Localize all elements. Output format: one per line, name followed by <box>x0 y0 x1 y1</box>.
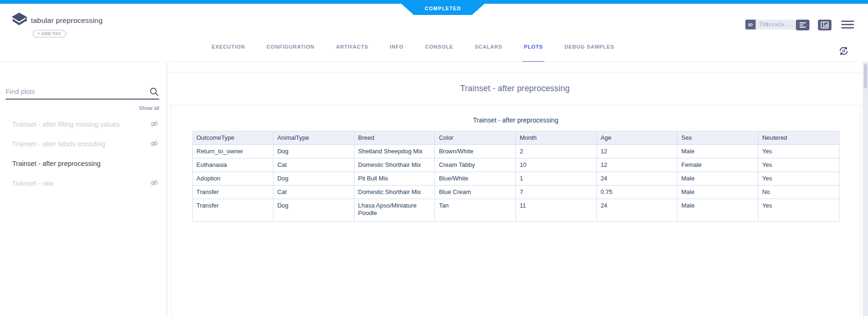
column-header: OutcomeType <box>192 131 273 145</box>
tab-console[interactable]: CONSOLE <box>414 41 464 62</box>
table-cell: Transfer <box>192 199 273 222</box>
find-plots-input[interactable] <box>6 84 141 99</box>
table-cell: 0.75 <box>596 186 677 199</box>
table-cell: 24 <box>596 199 677 222</box>
table-cell: No <box>758 186 839 199</box>
table-cell: Male <box>677 199 758 222</box>
table-body: Return_to_ownerDogShetland Sheepdog MixB… <box>192 145 839 222</box>
menu-button[interactable] <box>841 21 854 29</box>
experiment-title: tabular preprocessing <box>31 16 103 25</box>
table-cell: 10 <box>516 158 597 172</box>
table-cell: Blue/White <box>435 172 516 186</box>
menu-bar <box>841 27 854 29</box>
table-cell: 12 <box>596 158 677 172</box>
table-cell: 7 <box>516 186 597 199</box>
eye-off-icon[interactable] <box>150 120 159 129</box>
table-cell: Male <box>677 172 758 186</box>
auto-refresh-button[interactable] <box>838 45 850 57</box>
id-value: 738cca1a... <box>756 20 797 29</box>
table-cell: Dog <box>273 145 354 158</box>
column-header: Age <box>596 131 677 145</box>
table-cell: Blue Cream <box>435 186 516 199</box>
table-cell: Transfer <box>192 186 273 199</box>
scrollbar-thumb[interactable] <box>864 64 867 88</box>
plot-list-item[interactable]: Trainset - after filling missing values <box>0 115 167 134</box>
table-row: TransferCatDomestic Shorthair MixBlue Cr… <box>192 186 839 199</box>
table-cell: Yes <box>758 145 839 158</box>
plot-item-label: Trainset - after preprocessing <box>12 160 159 167</box>
table-cell: 12 <box>596 145 677 158</box>
table-cell: 11 <box>516 199 597 222</box>
experiment-id-chip: ID 738cca1a... <box>745 20 797 29</box>
table-cell: Dog <box>273 199 354 222</box>
table-cell: Yes <box>758 199 839 222</box>
top-accent-bar <box>0 0 868 4</box>
tab-plots[interactable]: PLOTS <box>513 41 554 62</box>
scrollbar-track <box>863 62 868 316</box>
plot-list-item[interactable]: Trainset - after labels encoding <box>0 134 167 154</box>
tab-info[interactable]: INFO <box>379 41 414 62</box>
add-tag-button[interactable]: + ADD TAG <box>33 30 63 37</box>
table-cell: Domestic Shorthair Mix <box>354 186 435 199</box>
tab-configuration[interactable]: CONFIGURATION <box>256 41 325 62</box>
plot-group-title: Trainset - after preprocessing <box>167 72 863 105</box>
column-header: Sex <box>677 131 758 145</box>
table-cell: 24 <box>596 172 677 186</box>
plot-list-item[interactable]: Trainset - raw <box>0 173 167 193</box>
clearml-logo-icon <box>10 12 28 28</box>
table-cell: Male <box>677 145 758 158</box>
table-cell: Return_to_owner <box>192 145 273 158</box>
plot-list-item[interactable]: Trainset - after preprocessing <box>0 154 167 173</box>
table-row: Return_to_ownerDogShetland Sheepdog MixB… <box>192 145 839 158</box>
search-row <box>6 84 159 100</box>
table-cell: Domestic Shorthair Mix <box>354 158 435 172</box>
column-header: Color <box>435 131 516 145</box>
table-cell: Cat <box>273 158 354 172</box>
split-view-button[interactable] <box>818 20 831 30</box>
main-panel: Trainset - after preprocessing Trainset … <box>167 62 863 316</box>
tab-scalars[interactable]: SCALARS <box>464 41 513 62</box>
table-cell: Dog <box>273 172 354 186</box>
table-cell: Adoption <box>192 172 273 186</box>
table-header-row: OutcomeTypeAnimalTypeBreedColorMonthAgeS… <box>192 131 839 145</box>
details-view-button[interactable] <box>796 20 809 30</box>
tab-debug-samples[interactable]: DEBUG SAMPLES <box>554 41 625 62</box>
table-row: EuthanasiaCatDomestic Shorthair MixCream… <box>192 158 839 172</box>
table-cell: Female <box>677 158 758 172</box>
column-header: AnimalType <box>273 131 354 145</box>
plot-card: Trainset - after preprocessing OutcomeTy… <box>171 105 861 316</box>
menu-bar <box>841 24 854 25</box>
table-cell: 1 <box>516 172 597 186</box>
tab-artifacts[interactable]: ARTIFACTS <box>325 41 379 62</box>
menu-bar <box>841 21 854 22</box>
table-cell: Brown/White <box>435 145 516 158</box>
plots-sidebar: Show all Trainset - after filling missin… <box>0 62 167 316</box>
eye-off-icon[interactable] <box>150 140 159 149</box>
table-cell: Euthanasia <box>192 158 273 172</box>
column-header: Month <box>516 131 597 145</box>
tab-bar: EXECUTIONCONFIGURATIONARTIFACTSINFOCONSO… <box>0 41 847 62</box>
status-badge: COMPLETED <box>401 4 485 15</box>
search-icon[interactable] <box>149 87 159 99</box>
column-header: Neutered <box>758 131 839 145</box>
tab-execution[interactable]: EXECUTION <box>201 41 256 62</box>
plot-item-label: Trainset - raw <box>12 180 150 187</box>
table-cell: Male <box>677 186 758 199</box>
table-cell: Shetland Sheepdog Mix <box>354 145 435 158</box>
table-row: TransferDogLhasa Apso/Miniature PoodleTa… <box>192 199 839 222</box>
id-label: ID <box>745 20 756 29</box>
table-cell: Tan <box>435 199 516 222</box>
plot-item-label: Trainset - after filling missing values <box>12 121 150 128</box>
plot-item-label: Trainset - after labels encoding <box>12 140 150 148</box>
plot-list: Trainset - after filling missing values … <box>0 115 167 193</box>
eye-off-icon[interactable] <box>150 179 159 188</box>
table-cell: Pit Bull Mix <box>354 172 435 186</box>
table-cell: 2 <box>516 145 597 158</box>
plot-title: Trainset - after preprocessing <box>171 116 860 124</box>
data-table: OutcomeTypeAnimalTypeBreedColorMonthAgeS… <box>192 131 839 222</box>
table-cell: Yes <box>758 158 839 172</box>
show-all-link[interactable]: Show all <box>139 105 159 111</box>
table-row: AdoptionDogPit Bull MixBlue/White124Male… <box>192 172 839 186</box>
table-cell: Cat <box>273 186 354 199</box>
column-header: Breed <box>354 131 435 145</box>
